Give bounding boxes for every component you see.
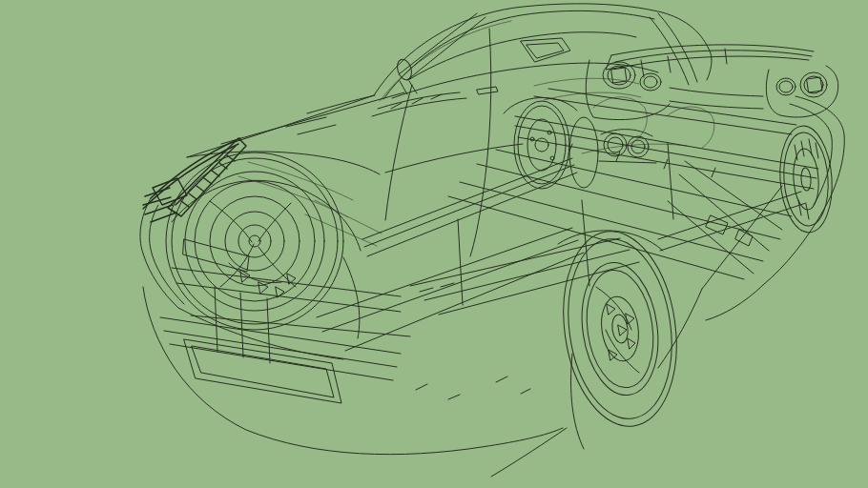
inner-hub [535,138,548,152]
hood-hatches [286,117,336,134]
hood-left-edge [187,95,374,157]
quarter-window-inner [527,43,564,58]
floor-lines [410,238,639,315]
front-rim-mid [210,196,300,286]
seat-right [668,107,714,148]
exhaust-shelf [599,161,656,163]
engine-lines-1 [248,162,353,200]
far-wheel-hatching [795,139,818,219]
rail-6 [460,182,763,261]
sill-top-2 [364,165,574,247]
tail-lights [586,60,838,120]
deck-curve-2 [544,92,641,100]
sill-line-2 [322,240,578,332]
sill-dashes [416,283,530,399]
wing-under [620,56,809,68]
trunk-line-1 [670,88,763,96]
exhaust-left-inner [608,137,623,152]
tail-left-small-inner [644,76,657,88]
wheelwell-rear [343,257,360,338]
seat-left [593,97,647,144]
wireframe-car-model[interactable] [140,4,844,477]
background [0,0,868,488]
rocker-sill [317,158,584,399]
front-tire-inner [172,158,338,324]
a-pillar [399,13,477,74]
far-tire-inner [781,132,832,228]
front-wheel [166,152,410,338]
hood-crease [221,92,404,144]
inner-tire-2 [518,106,566,184]
rear-hub-ring [597,295,642,364]
rear-valance [658,289,702,368]
splitter-lines [160,317,401,380]
rear-lug-marks [607,304,635,360]
front-hub-ring [225,212,284,271]
wing-top [611,45,814,55]
chassis-rails [410,89,818,315]
far-rim [792,148,820,211]
door-handle [477,87,498,94]
model-viewport[interactable] [0,0,868,488]
rear-rim [580,266,661,392]
bumper-bottom-sweep-2 [491,428,567,477]
bumper-bottom-sweep [143,287,563,455]
far-rear-wheel [776,124,836,234]
door-crease [385,144,523,173]
front-hub [238,225,271,257]
headlight [143,138,246,222]
rear-tire-inner [557,233,682,426]
tail-right-big-square [807,77,822,92]
wireframe-canvas[interactable] [0,0,868,488]
a-pillar-inner [407,17,486,80]
inner-rim [527,119,556,171]
wing-mid [615,51,812,62]
axle-line-2 [660,203,806,251]
door-window-top [408,32,636,80]
rail-ticks [568,144,715,177]
fender-edge-2 [143,144,238,209]
exhaust-tips [599,130,656,163]
rear-arch-lip [706,285,763,320]
front-bumper [140,198,567,477]
front-rim-outer [185,172,324,311]
sky-band [0,0,868,10]
far-tire-outer [776,124,836,234]
wiper-2 [372,98,466,116]
sill-line-3 [345,253,584,351]
door-rear-edge [470,29,491,256]
axle-line-1 [658,192,801,239]
far-wheel-ellipses [776,124,836,234]
tail-right-small-inner [779,81,793,92]
